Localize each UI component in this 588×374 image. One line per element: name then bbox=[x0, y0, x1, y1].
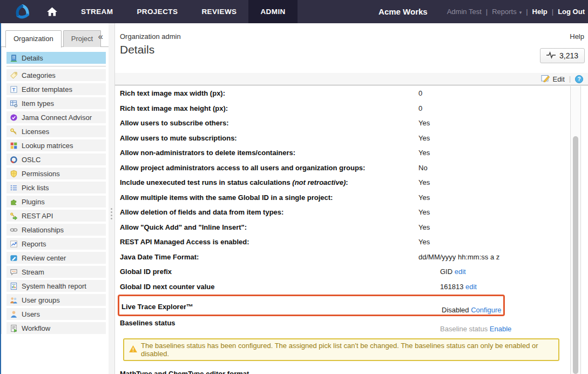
setting-row-live-trace-explorer: Live Trace Explorer™Disabled Configure bbox=[118, 295, 505, 316]
tab-project[interactable]: Project bbox=[63, 30, 101, 47]
setting-label: MathType and ChemType editor format bbox=[120, 368, 418, 374]
help-link[interactable]: Help bbox=[570, 32, 584, 41]
enable-link[interactable]: Enable bbox=[490, 325, 511, 333]
sidebar-item-label: Licenses bbox=[22, 128, 49, 136]
sidebar-item-item-types[interactable]: Item types bbox=[6, 97, 106, 109]
sidebar-item-label: Relationships bbox=[22, 226, 64, 234]
setting-row-allow-quick-add-and-inline-insert: Allow "Quick Add" and "Inline Insert":Ye… bbox=[115, 220, 588, 235]
sidebar-item-jama-connect-advisor[interactable]: Jama Connect Advisor bbox=[6, 111, 106, 123]
sidebar-item-review-center[interactable]: Review center bbox=[6, 252, 106, 264]
svg-text:T: T bbox=[12, 86, 15, 92]
setting-value-text: Baseline status bbox=[440, 325, 488, 333]
topbar-right: Acme Works Admin Test|Reports▾|Help|Log … bbox=[379, 7, 588, 16]
sidebar-item-licenses[interactable]: Licenses bbox=[6, 125, 106, 137]
edit-link[interactable]: edit bbox=[455, 268, 466, 276]
sidebar-splitter bbox=[109, 23, 115, 374]
primary-nav: STREAMPROJECTSREVIEWSADMIN bbox=[69, 0, 298, 23]
info-help-icon[interactable]: ? bbox=[575, 75, 583, 83]
collapse-sidebar-button[interactable]: « bbox=[98, 31, 103, 42]
setting-label: Allow "Quick Add" and "Inline Insert": bbox=[120, 223, 418, 231]
user-menu-log-out[interactable]: Log Out bbox=[558, 8, 585, 16]
item-types-icon bbox=[9, 99, 18, 108]
api-key-icon bbox=[9, 211, 18, 220]
sidebar-item-relationships[interactable]: Relationships bbox=[6, 224, 106, 236]
sidebar-item-label: Users bbox=[22, 310, 40, 318]
setting-row-java-date-time-format: Java Date Time Format:dd/MM/yyyy hh:mm:s… bbox=[115, 250, 588, 265]
sidebar-item-label: Reports bbox=[22, 240, 46, 248]
edit-icon bbox=[541, 74, 550, 84]
sidebar-item-label: Plugins bbox=[22, 198, 45, 206]
setting-value: 0 bbox=[418, 104, 422, 112]
chevron-down-icon: ▾ bbox=[519, 10, 522, 15]
edit-button[interactable]: Edit bbox=[541, 74, 564, 84]
setting-label: Rich text image max width (px): bbox=[120, 89, 418, 97]
home-icon[interactable] bbox=[47, 7, 57, 16]
setting-value-text: Disabled bbox=[442, 306, 469, 314]
user-menu-admin-test: Admin Test bbox=[447, 8, 482, 16]
settings-scroll-area: Rich text image max width (px):0Rich tex… bbox=[115, 86, 588, 374]
setting-label: Global ID next counter value bbox=[120, 283, 418, 291]
vertical-scrollbar-thumb[interactable] bbox=[573, 136, 578, 374]
setting-row-rest-api-managed-access-is-enabled: REST API Managed Access is enabled:Yes bbox=[115, 235, 588, 250]
sidebar-item-oslc[interactable]: OSLC bbox=[6, 153, 106, 165]
setting-label: Rich text image max height (px): bbox=[120, 104, 418, 112]
top-navigation-bar: STREAMPROJECTSREVIEWSADMIN Acme Works Ad… bbox=[0, 0, 588, 23]
splitter-drag-handle[interactable] bbox=[111, 208, 113, 221]
sidebar-item-reports[interactable]: Reports bbox=[6, 238, 106, 250]
sidebar-item-rest-api[interactable]: REST API bbox=[6, 210, 106, 222]
sidebar-item-permissions[interactable]: Permissions bbox=[6, 168, 106, 179]
user-menu-reports[interactable]: Reports▾ bbox=[492, 8, 522, 16]
jama-logo-icon bbox=[14, 3, 31, 21]
setting-value: 161813 edit bbox=[418, 283, 477, 291]
sidebar-item-lookup-matrices[interactable]: Lookup matrices bbox=[6, 139, 106, 151]
tab-organization[interactable]: Organization bbox=[5, 30, 62, 48]
sidebar-item-user-groups[interactable]: User groups bbox=[6, 294, 106, 306]
user-menu-help[interactable]: Help bbox=[532, 8, 548, 16]
setting-label: Allow deletion of fields and data from i… bbox=[120, 208, 418, 216]
warning-text: The baselines status has been configured… bbox=[141, 342, 553, 358]
nav-item-projects[interactable]: PROJECTS bbox=[125, 0, 190, 23]
template-icon: T bbox=[9, 85, 18, 94]
sidebar-item-users[interactable]: Users bbox=[6, 308, 106, 320]
sidebar-item-details[interactable]: Details bbox=[6, 52, 106, 64]
nav-item-reviews[interactable]: REVIEWS bbox=[190, 0, 248, 23]
setting-value-text: Yes bbox=[418, 193, 430, 202]
sidebar-item-plugins[interactable]: Plugins bbox=[6, 196, 106, 208]
nav-item-admin[interactable]: ADMIN bbox=[248, 0, 297, 23]
sidebar-item-pick-lists[interactable]: Pick lists bbox=[6, 182, 106, 193]
setting-row-rich-text-image-max-height-px: Rich text image max height (px):0 bbox=[115, 101, 588, 116]
setting-value: Yes bbox=[418, 238, 430, 246]
sidebar-item-list: DetailsCategoriesTEditor templatesItem t… bbox=[1, 47, 109, 334]
configure-link[interactable]: Configure bbox=[471, 306, 501, 314]
setting-label: Live Trace Explorer™ bbox=[121, 300, 420, 311]
review-pencil-icon bbox=[9, 253, 18, 262]
oslc-ring-icon bbox=[9, 155, 18, 164]
vertical-scrollbar-track[interactable] bbox=[570, 86, 581, 374]
nav-item-stream[interactable]: STREAM bbox=[69, 0, 125, 23]
setting-value-text: GID bbox=[440, 268, 452, 276]
setting-label: Global ID prefix bbox=[120, 268, 418, 276]
user-group-icon bbox=[9, 296, 18, 304]
chain-link-icon bbox=[9, 225, 18, 234]
activity-count-button[interactable]: 3,213 bbox=[540, 48, 585, 63]
sidebar-item-system-health-report[interactable]: System health report bbox=[6, 280, 106, 292]
setting-value-text: Yes bbox=[418, 149, 430, 157]
sidebar-item-label: Editor templates bbox=[22, 85, 72, 94]
setting-label: Java Date Time Format: bbox=[120, 253, 418, 261]
setting-value: Baseline status Enable bbox=[418, 317, 511, 333]
setting-row-mathtype-and-chemtype-editor-format: MathType and ChemType editor formatPNG: … bbox=[115, 368, 588, 374]
sidebar-item-workflow[interactable]: Workflow bbox=[6, 322, 106, 334]
workflow-icon bbox=[9, 324, 18, 332]
sidebar-item-stream[interactable]: Stream bbox=[6, 266, 106, 278]
breadcrumb: Organization admin bbox=[120, 32, 181, 41]
setting-label: Allow users to mute subscriptions: bbox=[120, 134, 418, 142]
sidebar-item-editor-templates[interactable]: TEditor templates bbox=[6, 83, 106, 95]
report-chart-icon bbox=[9, 239, 18, 248]
sidebar-divider bbox=[6, 66, 106, 66]
sidebar-item-label: Categories bbox=[22, 71, 56, 79]
user-icon bbox=[9, 310, 18, 318]
main-content: Organization admin Help Details 3,213 Ed… bbox=[115, 23, 588, 374]
edit-link[interactable]: edit bbox=[465, 283, 477, 291]
sidebar-item-categories[interactable]: Categories bbox=[6, 69, 106, 81]
setting-value-text: Yes bbox=[418, 208, 430, 216]
